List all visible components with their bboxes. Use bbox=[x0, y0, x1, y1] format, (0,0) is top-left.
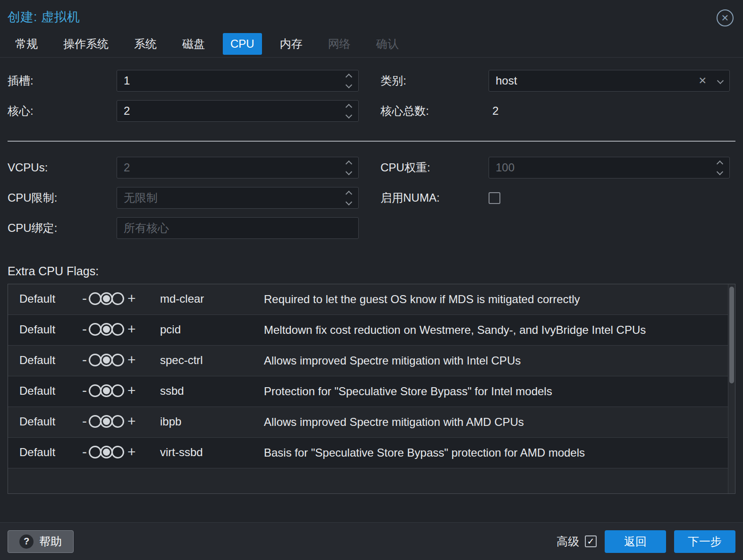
numa-checkbox[interactable] bbox=[489, 192, 500, 204]
cpu-weight-label: CPU权重: bbox=[380, 160, 489, 175]
advanced-label: 高级 bbox=[557, 534, 579, 549]
flag-description: Basis for "Speculative Store Bypass" pro… bbox=[264, 445, 728, 461]
slider-default-position bbox=[100, 415, 113, 428]
tab-cpu[interactable]: CPU bbox=[223, 33, 262, 55]
cpu-form: 插槽: 类别: ✕ 核心: 核心总数: 2 bbox=[0, 58, 743, 239]
slider-on-position bbox=[111, 384, 124, 397]
flag-row-spec-ctrl: Default-+spec-ctrlAllows improved Spectr… bbox=[8, 346, 728, 376]
sockets-input[interactable] bbox=[117, 74, 339, 87]
advanced-toggle: 高级 ✓ bbox=[557, 534, 597, 549]
tab-os[interactable]: 操作系统 bbox=[56, 32, 116, 56]
flag-state-label: Default bbox=[8, 291, 79, 306]
cpu-limit-label: CPU限制: bbox=[8, 190, 117, 205]
total-cores-value: 2 bbox=[489, 104, 498, 118]
flag-tristate-slider[interactable]: -+ bbox=[79, 384, 160, 397]
dialog-title: 创建: 虚拟机 bbox=[8, 8, 80, 25]
cpu-limit-field bbox=[117, 187, 359, 209]
flag-description: Protection for "Speculative Store Bypass… bbox=[264, 383, 728, 399]
slider-off-position bbox=[89, 446, 101, 458]
close-icon: ✕ bbox=[721, 12, 729, 24]
chevron-up-icon bbox=[346, 73, 352, 80]
flag-description: Allows improved Spectre mitigation with … bbox=[264, 353, 728, 369]
slider-off-position bbox=[89, 292, 101, 305]
flag-row-ssbd: Default-+ssbdProtection for "Speculative… bbox=[8, 376, 728, 407]
flag-state-label: Default bbox=[8, 353, 79, 368]
vcpus-spinner bbox=[339, 157, 358, 178]
scrollbar-thumb[interactable] bbox=[729, 287, 734, 383]
close-button[interactable]: ✕ bbox=[717, 9, 734, 26]
help-button[interactable]: ? 帮助 bbox=[8, 530, 74, 553]
chevron-up-icon bbox=[346, 190, 352, 197]
chevron-down-icon bbox=[346, 198, 352, 205]
flag-tristate-slider[interactable]: -+ bbox=[79, 322, 160, 336]
extra-cpu-flags-label: Extra CPU Flags: bbox=[0, 247, 743, 284]
cores-label: 核心: bbox=[8, 103, 117, 119]
slider-default-position bbox=[100, 354, 113, 366]
cpu-affinity-label: CPU绑定: bbox=[8, 221, 117, 236]
flag-state-label: Default bbox=[8, 383, 79, 399]
slider-on-position bbox=[111, 292, 124, 305]
chevron-down-icon bbox=[717, 168, 723, 175]
back-button[interactable]: 返回 bbox=[605, 530, 666, 553]
flag-description: Allows improved Spectre mitigation with … bbox=[264, 414, 728, 430]
plus-icon: + bbox=[124, 292, 139, 305]
chevron-down-icon bbox=[346, 111, 352, 118]
chevron-down-icon bbox=[346, 81, 352, 88]
clear-icon[interactable]: ✕ bbox=[693, 75, 711, 86]
cpu-weight-input bbox=[489, 161, 710, 174]
flag-tristate-slider[interactable]: -+ bbox=[79, 415, 160, 428]
plus-icon: + bbox=[124, 445, 139, 458]
chevron-up-icon bbox=[717, 160, 723, 167]
cores-spinner[interactable] bbox=[339, 101, 358, 121]
dropdown-trigger[interactable] bbox=[711, 70, 729, 91]
sockets-spinner[interactable] bbox=[339, 70, 358, 91]
type-label: 类别: bbox=[380, 73, 489, 88]
tab-network: 网络 bbox=[321, 32, 358, 56]
section-divider bbox=[8, 141, 735, 142]
slider-off-position bbox=[89, 384, 101, 397]
tab-confirm: 确认 bbox=[369, 32, 406, 56]
flag-name: ibpb bbox=[160, 414, 264, 429]
tab-general[interactable]: 常规 bbox=[8, 32, 45, 56]
vcpus-input bbox=[117, 161, 339, 174]
vcpus-label: VCPUs: bbox=[8, 161, 117, 174]
type-combobox: ✕ bbox=[489, 70, 730, 92]
cpu-affinity-field bbox=[117, 217, 359, 239]
tab-system[interactable]: 系统 bbox=[127, 32, 164, 56]
check-icon: ✓ bbox=[587, 536, 595, 547]
advanced-checkbox[interactable]: ✓ bbox=[585, 535, 597, 547]
type-input[interactable] bbox=[489, 74, 693, 87]
cpu-flags-table: Default-+md-clearRequired to let the gue… bbox=[8, 284, 735, 494]
flag-name: pcid bbox=[160, 322, 264, 337]
slider-off-position bbox=[89, 323, 101, 336]
flag-tristate-slider[interactable]: -+ bbox=[79, 292, 160, 305]
flag-tristate-slider[interactable]: -+ bbox=[79, 445, 160, 458]
chevron-down-icon bbox=[717, 77, 724, 84]
tab-memory[interactable]: 内存 bbox=[272, 32, 310, 56]
help-button-label: 帮助 bbox=[39, 534, 62, 549]
slider-off-position bbox=[89, 354, 101, 366]
slider-on-position bbox=[111, 354, 124, 366]
plus-icon: + bbox=[124, 415, 139, 428]
chevron-up-icon bbox=[346, 160, 352, 167]
slider-default-position bbox=[100, 292, 113, 305]
next-button[interactable]: 下一步 bbox=[674, 530, 735, 553]
slider-default-position bbox=[100, 323, 113, 336]
slider-on-position bbox=[111, 323, 124, 336]
table-scrollbar[interactable] bbox=[728, 284, 735, 493]
flag-description: Meltdown fix cost reduction on Westmere,… bbox=[264, 322, 728, 338]
cpu-affinity-input[interactable] bbox=[117, 221, 358, 235]
tab-bar: 常规操作系统系统磁盘CPU内存网络确认 bbox=[0, 30, 743, 58]
flag-state-label: Default bbox=[8, 414, 79, 429]
cores-input[interactable] bbox=[117, 104, 339, 118]
flag-row-virt-ssbd: Default-+virt-ssbdBasis for "Speculative… bbox=[8, 438, 728, 468]
cpu-limit-input bbox=[117, 191, 339, 204]
slider-off-position bbox=[89, 415, 101, 428]
plus-icon: + bbox=[124, 353, 139, 366]
flag-tristate-slider[interactable]: -+ bbox=[79, 353, 160, 366]
cores-field bbox=[117, 100, 359, 122]
dialog-header: 创建: 虚拟机 ✕ bbox=[0, 0, 743, 30]
slider-on-position bbox=[111, 415, 124, 428]
sockets-field bbox=[117, 70, 359, 92]
tab-disks[interactable]: 磁盘 bbox=[175, 32, 212, 56]
